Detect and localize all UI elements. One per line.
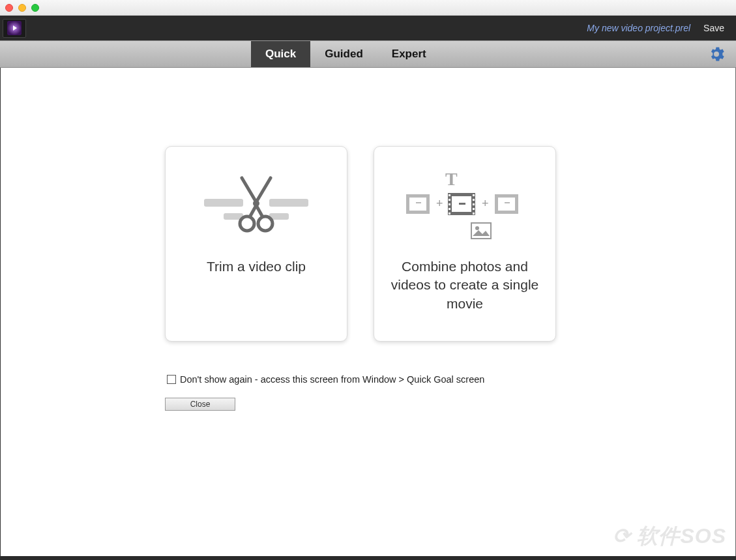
svg-point-7 [240, 216, 254, 231]
svg-rect-17 [406, 210, 409, 213]
svg-rect-29 [449, 208, 450, 210]
svg-line-4 [242, 178, 256, 202]
svg-rect-16 [406, 205, 409, 207]
app-header: My new video project.prel Save [0, 16, 736, 40]
svg-rect-43 [495, 210, 497, 213]
project-filename: My new video project.prel [587, 23, 690, 33]
svg-rect-20 [427, 205, 430, 207]
mode-tabs: Quick Guided Expert [251, 41, 441, 67]
svg-rect-19 [427, 199, 430, 202]
dont-show-again-row: Don't show again - access this screen fr… [167, 374, 484, 385]
card-combine-title: Combine photos and videos to create a si… [387, 258, 542, 313]
card-trim-video[interactable]: Trim a video clip [165, 146, 347, 342]
svg-rect-27 [449, 199, 450, 201]
tab-expert[interactable]: Expert [377, 41, 441, 67]
svg-point-8 [258, 216, 272, 231]
svg-rect-48 [505, 202, 510, 203]
svg-line-9 [250, 205, 256, 217]
window-zoom-button[interactable] [31, 4, 39, 12]
close-button[interactable]: Close [165, 398, 235, 411]
trim-icon-area [179, 166, 334, 251]
svg-rect-49 [471, 223, 491, 239]
app-logo[interactable] [3, 19, 26, 38]
svg-rect-30 [449, 213, 450, 214]
window-minimize-button[interactable] [18, 4, 26, 12]
svg-line-5 [256, 178, 271, 202]
svg-text:+: + [436, 197, 443, 210]
svg-text:T: T [445, 169, 458, 189]
svg-rect-14 [406, 194, 409, 197]
svg-rect-40 [495, 194, 497, 197]
svg-rect-1 [269, 199, 308, 207]
save-button[interactable]: Save [703, 23, 724, 33]
goal-cards: Trim a video clip T [165, 146, 556, 342]
premiere-elements-icon [7, 21, 22, 35]
gear-icon [709, 46, 724, 62]
settings-button[interactable] [709, 46, 724, 62]
svg-rect-13 [409, 198, 426, 211]
window-close-button[interactable] [5, 4, 13, 12]
main-content: Trim a video clip T [0, 68, 736, 556]
svg-rect-33 [473, 203, 475, 205]
card-trim-title: Trim a video clip [207, 258, 306, 276]
svg-text:+: + [482, 197, 489, 210]
scissors-trim-icon [191, 173, 321, 244]
svg-rect-18 [427, 194, 430, 197]
card-combine-media[interactable]: T + [374, 146, 556, 342]
svg-rect-46 [516, 205, 518, 207]
svg-rect-35 [473, 213, 475, 214]
svg-rect-47 [516, 210, 518, 213]
svg-line-10 [256, 205, 263, 217]
combine-media-icon: T + [393, 169, 537, 248]
dont-show-checkbox[interactable] [167, 375, 176, 384]
svg-rect-36 [459, 203, 465, 205]
svg-rect-45 [516, 199, 518, 202]
mode-toolbar: Quick Guided Expert [0, 40, 736, 68]
svg-rect-15 [406, 199, 409, 202]
tab-guided[interactable]: Guided [310, 41, 377, 67]
close-button-label: Close [190, 400, 211, 409]
traffic-lights [5, 4, 39, 12]
svg-rect-22 [416, 202, 421, 203]
svg-rect-28 [449, 203, 450, 205]
window-titlebar [0, 0, 736, 16]
tab-quick[interactable]: Quick [251, 41, 310, 67]
svg-rect-42 [495, 205, 497, 207]
svg-rect-21 [427, 210, 430, 213]
window-footer-bar [0, 556, 736, 560]
watermark-text: ⟳ 软件SOS [613, 522, 726, 551]
svg-rect-34 [473, 208, 475, 210]
svg-point-50 [475, 226, 479, 230]
svg-rect-39 [498, 198, 515, 211]
svg-rect-31 [473, 194, 475, 196]
dont-show-label: Don't show again - access this screen fr… [180, 374, 484, 385]
svg-rect-41 [495, 199, 497, 202]
combine-icon-area: T + [387, 166, 542, 251]
svg-rect-44 [516, 194, 518, 197]
svg-rect-0 [204, 199, 243, 207]
svg-rect-32 [473, 199, 475, 201]
svg-rect-26 [449, 194, 450, 196]
